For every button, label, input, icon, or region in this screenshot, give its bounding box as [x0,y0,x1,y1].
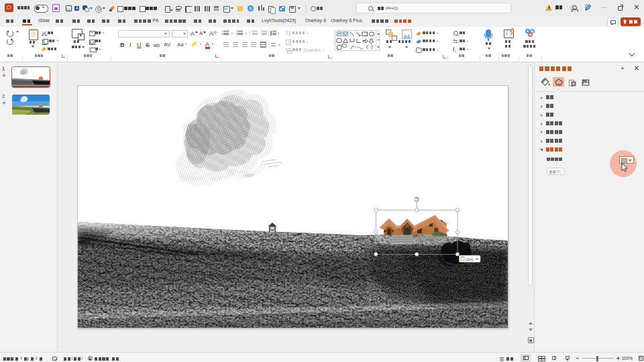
svg-text:(Ctrl): (Ctrl) [466,257,473,261]
